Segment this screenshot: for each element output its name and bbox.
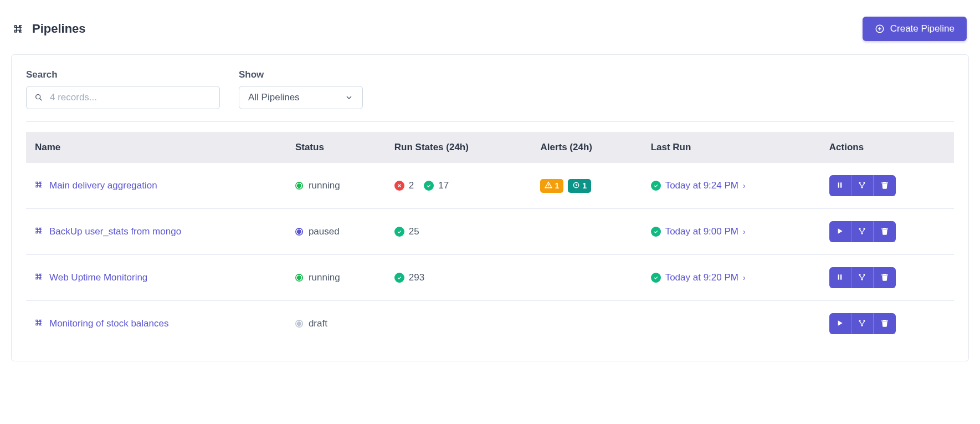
pipeline-icon [13,23,24,34]
svg-rect-11 [840,182,842,187]
pipeline-name-text: Monitoring of stock balances [49,318,168,329]
plus-circle-icon [875,24,885,34]
show-label: Show [239,69,363,80]
svg-line-4 [40,99,42,101]
pipeline-icon [35,272,44,284]
filters-bar: Search Show All Pipelines [26,69,954,122]
svg-point-21 [859,274,861,275]
pipeline-name-text: Main delivery aggregation [49,180,157,191]
status-cell: running [295,272,340,283]
success-icon [651,181,661,191]
create-pipeline-label: Create Pipeline [890,23,955,34]
last-run-link[interactable]: Today at 9:24 PM› [651,180,746,191]
graph-button[interactable] [851,221,874,242]
col-alerts: Alerts (24h) [531,132,642,163]
delete-button[interactable] [874,221,896,242]
pipeline-name-link[interactable]: Web Uptime Monitoring [35,272,147,284]
graph-icon [858,319,866,329]
last-run-text: Today at 9:20 PM [665,272,738,283]
trash-icon [880,319,889,329]
last-run-text: Today at 9:00 PM [665,226,738,237]
pipeline-icon [35,318,44,330]
runstates-cell: 25 [394,226,523,237]
search-icon [34,93,43,102]
graph-icon [858,181,866,191]
row-actions [829,313,896,334]
search-input[interactable] [50,92,212,103]
col-name: Name [26,132,286,163]
table-row: Web Uptime Monitoringrunning293Today at … [26,255,954,301]
pause-icon [835,181,844,191]
play-icon [835,227,844,237]
play-button[interactable] [829,313,851,334]
page-title-text: Pipelines [32,22,86,36]
col-lastrun: Last Run [642,132,820,163]
search-label: Search [26,69,220,80]
play-button[interactable] [829,221,851,242]
pipeline-icon [35,226,44,238]
row-actions [829,175,896,196]
graph-button[interactable] [851,267,874,288]
play-icon [835,319,844,329]
success-icon [651,273,661,283]
chevron-right-icon: › [743,273,746,282]
graph-icon [858,227,866,237]
col-runstates: Run States (24h) [386,132,532,163]
pipeline-name-text: Web Uptime Monitoring [49,272,147,283]
table-row: Main delivery aggregationrunning21711Tod… [26,163,954,209]
svg-point-12 [859,182,861,183]
svg-rect-10 [838,182,839,187]
svg-marker-15 [838,228,843,233]
chevron-right-icon: › [743,181,746,190]
graph-button[interactable] [851,175,874,196]
trash-icon [880,227,889,237]
last-run-text: Today at 9:24 PM [665,180,738,191]
svg-point-17 [864,228,865,229]
svg-point-16 [859,228,861,229]
run-success-count: 25 [394,226,419,237]
svg-point-18 [861,232,863,234]
svg-point-27 [861,324,863,326]
svg-point-26 [864,320,865,321]
svg-rect-20 [840,274,842,279]
pipeline-name-link[interactable]: Main delivery aggregation [35,180,157,192]
delete-button[interactable] [874,313,896,334]
alert-warn-badge[interactable]: 1 [540,179,563,193]
graph-button[interactable] [851,313,874,334]
search-field-wrap[interactable] [26,86,220,109]
status-text: running [309,272,340,283]
delete-button[interactable] [874,175,896,196]
chevron-down-icon [345,93,353,102]
status-dot-icon [295,182,303,190]
pipeline-name-link[interactable]: BackUp user_stats from mongo [35,226,181,238]
col-status: Status [286,132,386,163]
show-filter-select[interactable]: All Pipelines [239,86,363,109]
pipelines-card: Search Show All Pipelines Name Status Ru… [11,54,969,361]
delete-button[interactable] [874,267,896,288]
pause-button[interactable] [829,175,851,196]
svg-point-3 [36,95,40,99]
last-run-link[interactable]: Today at 9:20 PM› [651,272,746,283]
status-dot-icon [295,228,303,236]
svg-marker-24 [838,320,843,325]
status-cell: draft [295,318,327,329]
alert-info-badge[interactable]: 1 [568,179,591,193]
success-icon [394,227,404,237]
svg-point-23 [861,278,863,280]
fail-icon [394,181,404,191]
pause-button[interactable] [829,267,851,288]
pipelines-table: Name Status Run States (24h) Alerts (24h… [26,132,954,346]
status-dot-icon [295,320,303,328]
trash-icon [880,273,889,283]
last-run-link[interactable]: Today at 9:00 PM› [651,226,746,237]
table-row: BackUp user_stats from mongopaused25Toda… [26,209,954,255]
success-icon [424,181,434,191]
svg-point-22 [864,274,865,275]
pipeline-name-link[interactable]: Monitoring of stock balances [35,318,168,330]
pipeline-icon [35,180,44,192]
status-dot-icon [295,274,303,282]
pause-icon [835,273,844,283]
svg-point-13 [864,182,865,183]
status-text: running [309,180,340,191]
create-pipeline-button[interactable]: Create Pipeline [863,17,967,41]
